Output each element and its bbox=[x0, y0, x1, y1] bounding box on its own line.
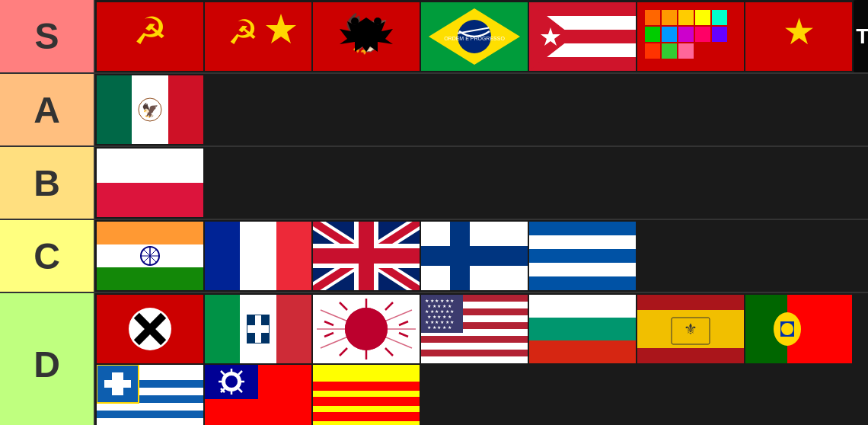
svg-point-107 bbox=[345, 308, 388, 350]
flag-ussr[interactable]: ☭ bbox=[97, 2, 203, 71]
tier-items-a: 🦅 bbox=[95, 74, 868, 145]
svg-rect-50 bbox=[97, 183, 203, 217]
svg-rect-86 bbox=[247, 325, 269, 333]
flag-uk[interactable] bbox=[313, 222, 420, 290]
flag-italy-savoy[interactable] bbox=[205, 295, 311, 363]
flag-japan-rising-sun[interactable] bbox=[313, 295, 420, 363]
svg-rect-76 bbox=[529, 222, 636, 235]
svg-rect-117 bbox=[421, 350, 528, 356]
svg-text:★ ★ ★ ★ ★ ★: ★ ★ ★ ★ ★ ★ bbox=[425, 299, 454, 303]
svg-rect-36 bbox=[662, 43, 677, 59]
svg-rect-83 bbox=[276, 295, 311, 363]
svg-rect-20 bbox=[529, 57, 636, 71]
svg-rect-51 bbox=[97, 222, 203, 244]
svg-rect-126 bbox=[529, 295, 636, 318]
svg-point-8 bbox=[351, 18, 359, 25]
svg-rect-41 bbox=[712, 27, 727, 42]
svg-text:★ ★ ★ ★ ★: ★ ★ ★ ★ ★ bbox=[427, 315, 452, 319]
flag-brazil[interactable]: ORDEM E PROGRESSO bbox=[421, 2, 528, 71]
svg-rect-164 bbox=[313, 397, 420, 406]
svg-text:★ ★ ★ ★ ★: ★ ★ ★ ★ ★ bbox=[427, 304, 452, 308]
svg-rect-143 bbox=[97, 418, 203, 425]
tier-label-a: A bbox=[0, 74, 95, 145]
tier-label-c: C bbox=[0, 220, 95, 292]
flag-mexico[interactable]: 🦅 bbox=[97, 75, 203, 144]
svg-rect-18 bbox=[529, 2, 636, 16]
svg-rect-62 bbox=[276, 222, 311, 290]
flag-albania[interactable]: 🦅 bbox=[313, 2, 420, 71]
svg-rect-129 bbox=[637, 295, 744, 310]
tier-row-s: S ☭ ☭ bbox=[0, 0, 868, 74]
svg-rect-31 bbox=[678, 10, 694, 25]
flag-bluewhite[interactable] bbox=[529, 222, 636, 290]
svg-rect-34 bbox=[678, 27, 694, 42]
tier-label-d: D bbox=[0, 293, 95, 425]
svg-text:★ ★ ★ ★ ★ ★: ★ ★ ★ ★ ★ ★ bbox=[425, 309, 454, 314]
flag-cuba[interactable] bbox=[529, 2, 636, 71]
flag-finland[interactable] bbox=[421, 222, 528, 290]
tier-items-c bbox=[95, 220, 868, 292]
svg-rect-118 bbox=[421, 356, 528, 363]
svg-rect-131 bbox=[637, 348, 744, 363]
svg-rect-49 bbox=[97, 149, 203, 183]
flag-pixel[interactable] bbox=[637, 2, 744, 71]
flag-greece[interactable] bbox=[97, 365, 203, 425]
svg-text:🦅: 🦅 bbox=[142, 102, 159, 119]
svg-rect-115 bbox=[421, 336, 528, 343]
tier-label-s: S bbox=[0, 0, 95, 72]
flag-red-extra[interactable]: ★ bbox=[745, 2, 852, 71]
tier-row-c: C bbox=[0, 220, 868, 293]
tier-list: S ☭ ☭ bbox=[0, 0, 868, 425]
svg-rect-127 bbox=[529, 318, 636, 340]
svg-rect-33 bbox=[662, 27, 677, 42]
flag-poland[interactable] bbox=[97, 149, 203, 217]
tier-items-b bbox=[95, 147, 868, 219]
svg-rect-2 bbox=[97, 2, 203, 11]
svg-text:ORDEM E PROGRESSO: ORDEM E PROGRESSO bbox=[444, 36, 505, 41]
svg-text:☭: ☭ bbox=[133, 10, 168, 53]
flag-south-vietnam[interactable] bbox=[313, 365, 420, 425]
svg-text:★ ★ ★ ★ ★: ★ ★ ★ ★ ★ bbox=[427, 325, 452, 330]
tier-row-a: A 🦅 bbox=[0, 74, 868, 147]
svg-rect-46 bbox=[168, 75, 203, 144]
flag-soviet2[interactable]: ☭ bbox=[205, 2, 311, 71]
tier-row-d: D bbox=[0, 293, 868, 425]
flag-usa[interactable]: ★ ★ ★ ★ ★ ★ ★ ★ ★ ★ ★ ★ ★ ★ ★ ★ ★ ★ ★ ★ … bbox=[421, 295, 528, 363]
svg-rect-39 bbox=[712, 10, 727, 25]
flag-spain-franco[interactable]: ⚜ bbox=[637, 295, 744, 363]
flag-taiwan[interactable] bbox=[205, 365, 311, 425]
flag-france[interactable] bbox=[205, 222, 311, 290]
tier-label-b: B bbox=[0, 147, 95, 219]
svg-rect-40 bbox=[695, 27, 710, 42]
svg-text:☭: ☭ bbox=[228, 13, 258, 52]
tier-items-s: ☭ ☭ 🦅 bbox=[95, 0, 854, 72]
svg-rect-147 bbox=[104, 380, 131, 388]
svg-rect-38 bbox=[695, 10, 710, 25]
tier-items-d: ★ ★ ★ ★ ★ ★ ★ ★ ★ ★ ★ ★ ★ ★ ★ ★ ★ ★ ★ ★ … bbox=[95, 293, 868, 425]
svg-rect-81 bbox=[205, 295, 240, 363]
watermark: TIERMAKER bbox=[854, 0, 868, 72]
svg-rect-3 bbox=[205, 2, 311, 71]
svg-rect-29 bbox=[645, 10, 660, 25]
svg-point-152 bbox=[225, 375, 238, 388]
svg-rect-37 bbox=[678, 43, 694, 59]
svg-rect-163 bbox=[313, 382, 420, 391]
svg-rect-142 bbox=[97, 403, 203, 411]
svg-rect-165 bbox=[313, 412, 420, 421]
svg-rect-53 bbox=[97, 267, 203, 290]
svg-rect-78 bbox=[529, 276, 636, 290]
flag-nazi-germany[interactable] bbox=[97, 295, 203, 363]
flag-india[interactable] bbox=[97, 222, 203, 290]
svg-point-138 bbox=[781, 323, 793, 335]
svg-text:★ ★ ★ ★ ★ ★: ★ ★ ★ ★ ★ ★ bbox=[425, 320, 454, 324]
svg-rect-71 bbox=[313, 248, 420, 264]
tier-row-b: B bbox=[0, 147, 868, 220]
svg-text:⚜: ⚜ bbox=[684, 321, 697, 337]
svg-rect-30 bbox=[662, 10, 677, 25]
svg-rect-77 bbox=[529, 249, 636, 263]
svg-rect-44 bbox=[97, 75, 132, 144]
flag-bulgaria[interactable] bbox=[529, 295, 636, 363]
svg-rect-60 bbox=[205, 222, 240, 290]
svg-rect-128 bbox=[529, 340, 636, 363]
flag-portugal[interactable] bbox=[745, 295, 852, 363]
